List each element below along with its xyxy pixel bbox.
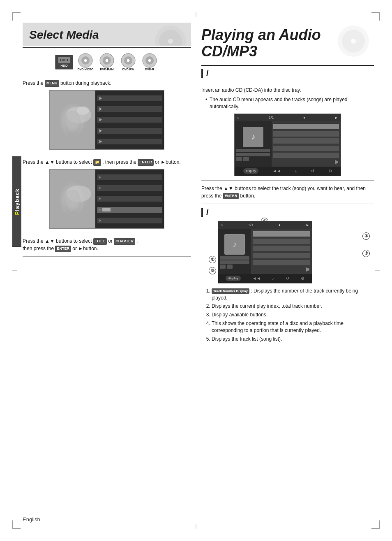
screen-mockup-1: [49, 90, 164, 150]
arrow-1: [99, 97, 102, 100]
audio-top-right: ►: [334, 116, 338, 120]
right-section-header: Playing an Audio CD/MP3: [201, 23, 374, 63]
arrow-4: [99, 129, 102, 132]
hdd-icon-inner: HDD: [58, 57, 70, 63]
hdd-icon-box: HDD HDD: [55, 55, 73, 70]
back-btn-1: ◄◄: [272, 169, 281, 173]
menu-button-icon: MENU: [45, 80, 59, 87]
enter-btn-2: ENTER: [55, 246, 71, 252]
fwd-btn-1: ↺: [311, 169, 314, 173]
dvd-video-disc: [76, 53, 95, 68]
divider-3: [23, 233, 191, 233]
track-item-1-4: [273, 146, 339, 151]
audio-left-panel-2: ♪: [218, 229, 251, 274]
screen-list-item-2-1: [97, 174, 162, 180]
bird-image-2: [50, 169, 95, 228]
step1-header: I: [201, 69, 374, 78]
screen-list-item-2-2: [97, 185, 162, 191]
dvd-r-disc: [141, 53, 159, 68]
hdd-text: HDD: [60, 58, 68, 62]
screen-list-item-5: [97, 139, 162, 144]
dvd-ram-label: DVD-RAM: [100, 68, 113, 71]
arrow-3: [99, 118, 102, 121]
gear-btn-2: ⚙: [301, 276, 304, 281]
svg-point-11: [127, 59, 130, 62]
screen-mockup-2: [49, 169, 164, 229]
music-icon-btn-2: ♪: [272, 276, 274, 281]
right-column: Playing an Audio CD/MP3 I Insert an audi…: [201, 23, 374, 345]
divider-2: [23, 154, 191, 154]
step2-text: Press the ▲▼ buttons to select the track…: [201, 185, 374, 200]
info-small-icons: [236, 157, 270, 161]
scroll-arrow-down-1: [335, 160, 339, 164]
explanation-item-4: This shows the operating state of a disc…: [212, 320, 374, 334]
display-btn-1: display: [243, 168, 258, 174]
decorative-disc-left: [154, 25, 187, 46]
screen-content-1: [50, 91, 164, 149]
audio-screen-body-2: ♪: [218, 229, 312, 274]
svg-point-8: [105, 59, 108, 62]
svg-point-17: [64, 111, 81, 136]
callout-2: ②: [209, 256, 216, 263]
corner-mark-tl: [12, 12, 21, 21]
page-footer: English: [23, 516, 40, 522]
back-btn-2: ◄◄: [252, 276, 261, 281]
music-icon-btn-1: ♪: [295, 169, 297, 173]
step1-bullet-1: The audio CD menu appears and the tracks…: [205, 96, 374, 110]
divider-step1b: [201, 180, 374, 181]
arrow-2-4: [99, 209, 101, 211]
left-section-header: Select Media: [23, 23, 191, 46]
track-item-1-2: [273, 131, 339, 137]
chapter-btn: CHAPTER: [114, 238, 135, 245]
audio-bottom-2: display ◄◄ ♪ ↺ ⚙: [218, 274, 312, 283]
music-note-2: ♪: [224, 234, 245, 255]
svg-rect-19: [50, 169, 95, 228]
arrow-2-1: [99, 176, 101, 179]
audio-bottom-1: display ◄◄ ♪ ↺ ⚙: [235, 167, 341, 176]
small-icon-2: [243, 157, 249, 161]
track-item-2-4: [253, 253, 310, 258]
audio-screen-body-1: ♪: [235, 121, 341, 167]
audio-right-panel-1: [272, 121, 341, 167]
explanation-list: Track Number Display : Displays the numb…: [205, 288, 374, 343]
track-item-2-1: [253, 231, 310, 237]
divider-step1: [201, 82, 374, 82]
info-bar-1-2: [236, 153, 270, 156]
svg-point-14: [148, 59, 151, 62]
audio-top-bar-1: ○ 1/1 ♦ ►: [235, 114, 341, 121]
callout-5: ⑤: [362, 250, 370, 257]
arrow-5: [99, 140, 102, 143]
enter-btn-right: ENTER: [223, 193, 239, 200]
enter-btn-1: ENTER: [138, 159, 154, 166]
fwd-btn-2: ↺: [286, 276, 289, 281]
instruction-3: Press the ▲▼ buttons to select TITLE or …: [23, 237, 191, 252]
info-small-icons-2: [220, 265, 249, 269]
screen-list-item-1: [97, 95, 162, 101]
dvd-rw-icon-wrap: DVD-RW: [119, 53, 137, 71]
explanation-item-2: Displays the current play index, total t…: [212, 303, 374, 310]
svg-point-5: [84, 59, 87, 62]
svg-point-24: [351, 39, 356, 44]
step1-text: Insert an audio CD (CD-DA) into the disc…: [201, 86, 374, 94]
corner-mark-br: [371, 520, 380, 529]
audio-screen-1: ○ 1/1 ♦ ► ♪: [234, 114, 341, 176]
arrow-2-3: [99, 197, 101, 200]
screen-list-item-2-4: [97, 207, 162, 213]
arrow-2: [99, 107, 102, 111]
divider-after-icons: [23, 75, 191, 75]
bottom-center-mark: [196, 524, 196, 529]
bird-image-1: [50, 91, 95, 149]
instruction-1: Press the MENU button during playback.: [23, 79, 191, 87]
screen-right-panel-1: [95, 91, 164, 149]
scroll-arrow-down-2: [306, 267, 310, 272]
info-bar-2-2: [220, 260, 249, 264]
music-note-1: ♪: [243, 127, 263, 147]
left-column: Select Media HDD HDD: [23, 23, 191, 261]
audio-top-right-2: ►: [306, 223, 309, 227]
audio-top-center-2: 1/1: [248, 223, 254, 227]
info-bar-2-1: [220, 256, 249, 260]
diagram-wrap: ① ② ③ ④ ⑤ ○ 1/1 ♦ ► ♪: [201, 221, 374, 283]
screen-list-item-4: [97, 128, 162, 134]
screen-list-item-2-3: [97, 196, 162, 202]
title-btn: TITLE: [93, 238, 107, 245]
